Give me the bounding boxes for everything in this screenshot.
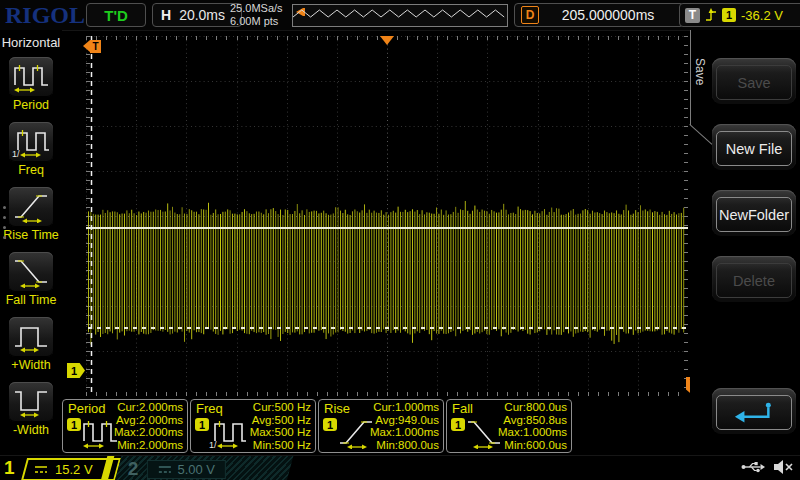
trigger-position-icon[interactable] xyxy=(380,36,394,45)
menu-item-fall-time[interactable]: Fall Time xyxy=(0,252,62,307)
usb-icon xyxy=(741,460,766,474)
measurement-name: Fall xyxy=(452,401,473,416)
channel2-status[interactable]: 2 5.00 V xyxy=(115,456,294,480)
menu-item-label: +Width xyxy=(0,358,62,372)
menu-button-label: Save xyxy=(716,65,792,100)
menu-item-label: Freq xyxy=(0,163,62,177)
channel-badge: 1 xyxy=(67,418,81,431)
scroll-indicator-dots xyxy=(3,206,6,246)
dc-coupling-icon xyxy=(158,464,172,473)
acquisition-info: 25.0MSa/s 6.00M pts xyxy=(230,2,283,28)
menu-item-plus-width[interactable]: +Width xyxy=(0,317,62,372)
dc-coupling-icon xyxy=(34,465,48,474)
period-icon xyxy=(12,61,50,93)
channel1-level-marker[interactable]: 1 xyxy=(67,363,85,378)
right-soft-menu: Save Save New File NewFolder Delete xyxy=(690,30,800,455)
rise-time-icon xyxy=(12,191,50,223)
return-arrow-icon xyxy=(732,400,776,426)
left-measure-menu: Horizontal Period 1/ xyxy=(0,30,62,455)
plus-width-icon xyxy=(12,321,50,353)
trigger-status-badge: T'D xyxy=(86,3,146,27)
channel-badge: 1 xyxy=(451,418,465,431)
channel1-number: 1 xyxy=(4,457,15,479)
menu-button-new-folder[interactable]: NewFolder xyxy=(712,190,796,236)
speaker-muted-icon xyxy=(772,459,794,475)
trigger-delay-marker[interactable]: T xyxy=(83,40,101,53)
left-arrow-icon xyxy=(83,40,90,52)
trigger-source-badge: 1 xyxy=(722,8,736,22)
measurement-name: Freq xyxy=(196,401,223,416)
svg-text:1/: 1/ xyxy=(12,149,20,158)
menu-button-label: Delete xyxy=(716,263,792,298)
waveform-preview-bar xyxy=(292,4,508,27)
system-icons xyxy=(741,459,794,475)
trigger-level-value: -36.2 V xyxy=(741,8,783,23)
horizontal-timebase-box[interactable]: H 20.0ms xyxy=(152,3,242,27)
menu-tab-border xyxy=(690,30,691,125)
waveform-canvas xyxy=(86,36,688,396)
trigger-label: T xyxy=(685,8,700,23)
channel2-number: 2 xyxy=(128,458,139,480)
measurement-name: Rise xyxy=(324,401,350,416)
measurement-values: Cur:800.0us Avg:850.8us Max:1.000ms Min:… xyxy=(498,401,567,451)
timebase-value: 20.0ms xyxy=(179,7,225,23)
menu-button-label: New File xyxy=(716,131,792,166)
menu-button-back[interactable] xyxy=(712,388,796,434)
menu-tab-label: Save xyxy=(693,58,707,85)
menu-item-period[interactable]: Period xyxy=(0,57,62,112)
channel-badge: 1 xyxy=(195,418,209,431)
delay-box[interactable]: D 205.000000ms xyxy=(514,3,684,27)
menu-item-label: Fall Time xyxy=(0,293,62,307)
memory-depth: 6.00M pts xyxy=(230,15,283,28)
rising-edge-icon xyxy=(705,8,717,23)
rigol-logo: RIGOL xyxy=(5,2,85,29)
menu-item-minus-width[interactable]: -Width xyxy=(0,382,62,437)
measurement-panel-rise[interactable]: Rise 1 Cur:1.000ms Avg:949.0us Max:1.000… xyxy=(318,399,444,453)
measurement-values: Cur:2.000ms Avg:2.000ms Max:2.000ms Min:… xyxy=(114,401,183,451)
horizontal-label: H xyxy=(161,7,171,23)
delay-label: D xyxy=(521,6,539,24)
left-menu-title: Horizontal xyxy=(0,35,62,50)
delay-value: 205.000000ms xyxy=(539,7,677,23)
menu-item-rise-time[interactable]: Rise Time xyxy=(0,187,62,242)
fall-time-icon xyxy=(12,256,50,288)
menu-item-label: Rise Time xyxy=(0,228,62,242)
measurement-name: Period xyxy=(68,401,106,416)
measurement-values: Cur:500 Hz Avg:500 Hz Max:500 Hz Min:500… xyxy=(250,401,311,451)
menu-button-new-file[interactable]: New File xyxy=(712,124,796,170)
preview-waveform-icon xyxy=(293,5,505,24)
svg-text:1/: 1/ xyxy=(209,440,217,449)
menu-button-delete[interactable]: Delete xyxy=(712,256,796,302)
menu-button-label: NewFolder xyxy=(716,197,792,232)
measurement-panel-freq[interactable]: Freq 1 1/ Cur:500 Hz Avg:500 Hz Max:500 … xyxy=(190,399,316,453)
menu-item-label: -Width xyxy=(0,423,62,437)
menu-item-label: Period xyxy=(0,98,62,112)
menu-button-save[interactable]: Save xyxy=(712,58,796,104)
trigger-box[interactable]: T 1 -36.2 V xyxy=(679,3,800,27)
measurement-values: Cur:1.000ms Avg:949.0us Max:1.000ms Min:… xyxy=(370,401,439,451)
minus-width-icon xyxy=(12,386,50,418)
channel2-scale: 5.00 V xyxy=(178,461,216,476)
sample-rate: 25.0MSa/s xyxy=(230,2,283,15)
top-status-bar: RIGOL T'D H 20.0ms 25.0MSa/s 6.00M pts D… xyxy=(0,0,800,31)
menu-tab-border-diagonal xyxy=(689,124,712,145)
channel-status-bar: 1 15.2 V 2 5.00 V xyxy=(0,455,800,480)
channel1-scale: 15.2 V xyxy=(55,462,93,477)
freq-icon: 1/ xyxy=(12,126,50,158)
measurement-panel-fall[interactable]: Fall 1 Cur:800.0us Avg:850.8us Max:1.000… xyxy=(446,399,572,453)
oscilloscope-screen: RIGOL T'D H 20.0ms 25.0MSa/s 6.00M pts D… xyxy=(0,0,800,480)
freq-icon: 1/ xyxy=(208,417,248,449)
measurement-panel-period[interactable]: Period 1 Cur:2.000ms Avg:2.000ms Max:2.0… xyxy=(62,399,188,453)
channel-badge: 1 xyxy=(323,418,337,431)
menu-item-freq[interactable]: 1/ Freq xyxy=(0,122,62,177)
